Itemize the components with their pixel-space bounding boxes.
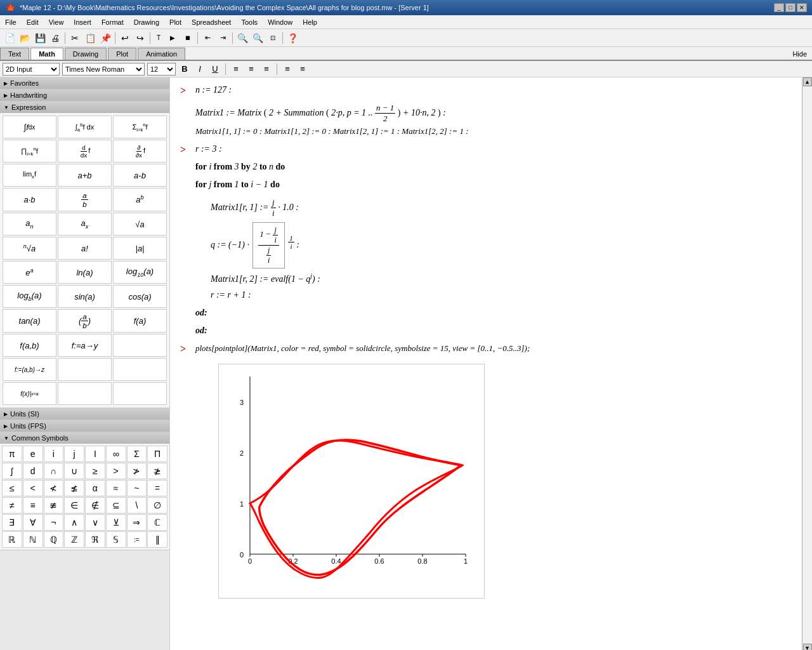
symbol-Q[interactable]: ℚ (44, 531, 64, 548)
palette-pow[interactable]: ab (113, 188, 167, 211)
align-center-button[interactable]: ≡ (245, 63, 258, 76)
symbol-alpha[interactable]: α (85, 480, 105, 496)
symbol-lt[interactable]: < (23, 480, 43, 496)
expr-od1[interactable]: od: (195, 308, 792, 318)
align-left-button[interactable]: ≡ (230, 63, 242, 76)
symbol-e[interactable]: e (23, 446, 43, 462)
symbol-pi[interactable]: π (2, 446, 22, 462)
palette-subscript[interactable]: an (3, 213, 56, 235)
undo-button[interactable]: ↩ (118, 31, 132, 45)
redo-button[interactable]: ↪ (133, 31, 147, 45)
palette-cos[interactable]: cos(a) (113, 285, 167, 308)
palette-sum[interactable]: Σi=knf (113, 116, 167, 138)
symbol-neg[interactable]: ¬ (44, 514, 64, 531)
symbol-ngt[interactable]: ≯ (127, 463, 147, 479)
symbol-integral[interactable]: ∫ (2, 463, 22, 479)
palette-partial[interactable]: ∂∂xf (113, 140, 167, 162)
menu-view[interactable]: View (44, 17, 69, 27)
expr-od2[interactable]: od: (195, 326, 792, 336)
zoom-fit-button[interactable]: ⊡ (266, 31, 280, 45)
symbol-emptyset[interactable]: ∅ (147, 497, 167, 514)
palette-logb[interactable]: logb(a) (3, 285, 56, 308)
new-button[interactable]: 📄 (3, 31, 16, 45)
symbol-gt[interactable]: > (106, 463, 126, 479)
symbol-infinity[interactable]: ∞ (106, 446, 126, 462)
symbol-d[interactable]: d (23, 463, 43, 479)
palette-ln[interactable]: ln(a) (58, 261, 112, 284)
expr-for-j[interactable]: for j from 1 to i − 1 do (195, 180, 792, 190)
palette-matrix[interactable]: (ab) (58, 309, 112, 333)
indent-button[interactable]: ⇤ (200, 31, 214, 45)
symbol-notin[interactable]: ∉ (85, 497, 105, 514)
expr-matrix1-r2[interactable]: Matrix1[r, 2] := evalf(1 − qj) : (211, 272, 792, 284)
underline-button[interactable]: U (209, 63, 221, 76)
symbol-I[interactable]: I (85, 446, 105, 462)
zoom-out-button[interactable]: 🔍 (251, 31, 265, 45)
menu-spreadsheet[interactable]: Spreadsheet (187, 17, 236, 27)
symbol-intersect[interactable]: ∩ (44, 463, 64, 479)
help-button[interactable]: ❓ (285, 31, 299, 45)
menu-plot[interactable]: Plot (164, 17, 187, 27)
symbol-equiv[interactable]: ≡ (23, 497, 43, 514)
paste-button[interactable]: 📌 (98, 31, 112, 45)
palette-sin[interactable]: sin(a) (58, 285, 112, 308)
palette-sqrt[interactable]: √a (113, 213, 167, 235)
palette-tan[interactable]: tan(a) (3, 309, 56, 333)
palette-arrow1[interactable]: f:=a→y (58, 334, 112, 357)
symbol-eq[interactable]: = (147, 480, 167, 496)
symbol-forall[interactable]: ∀ (23, 514, 43, 531)
menu-help[interactable]: Help (298, 17, 322, 27)
menu-format[interactable]: Format (96, 17, 129, 27)
symbol-ngeq[interactable]: ≱ (147, 463, 167, 479)
expr-matrix1-def[interactable]: Matrix1 := Matrix ( 2 + Summation ( 2·p,… (195, 103, 792, 124)
zoom-in-button[interactable]: 🔍 (235, 31, 249, 45)
expr-n-assign[interactable]: n := 127 : (195, 85, 792, 95)
expr-r-assign[interactable]: r := 3 : (195, 144, 792, 154)
exec-button[interactable]: ▶ (166, 31, 180, 45)
symbol-xor[interactable]: ⊻ (106, 514, 126, 531)
menu-insert[interactable]: Insert (69, 17, 96, 27)
text-mode-btn[interactable]: T (153, 31, 164, 45)
palette-limit[interactable]: limxf (3, 164, 56, 187)
common-symbols-header[interactable]: ▼ Common Symbols (0, 432, 169, 444)
symbol-in[interactable]: ∈ (64, 497, 84, 514)
handwriting-header[interactable]: ▶ Handwriting (0, 90, 169, 101)
palette-integral1[interactable]: ∫f dx (3, 116, 56, 138)
italic-button[interactable]: I (193, 63, 206, 76)
expr-r-inc[interactable]: r := r + 1 : (211, 290, 792, 300)
size-select[interactable]: 12 (147, 63, 176, 76)
symbol-Pi[interactable]: Π (147, 446, 167, 462)
tab-math[interactable]: Math (30, 48, 63, 60)
symbol-Re[interactable]: ℜ (85, 531, 105, 548)
stop-button[interactable]: ⏹ (181, 31, 195, 45)
expr-matrix1-init[interactable]: Matrix1[1, 1] := 0 : Matrix1[1, 2] := 0 … (195, 126, 792, 136)
palette-factorial[interactable]: a! (58, 237, 112, 260)
menu-edit[interactable]: Edit (22, 17, 44, 27)
symbol-sim[interactable]: ~ (127, 480, 147, 496)
units-fps-header[interactable]: ▶ Units (FPS) (0, 420, 169, 432)
symbol-Z[interactable]: ℤ (64, 531, 84, 548)
symbol-approx[interactable]: ≈ (106, 480, 126, 496)
palette-nthroot[interactable]: n√a (3, 237, 56, 260)
symbol-union[interactable]: ∪ (64, 463, 84, 479)
expression-header[interactable]: ▼ Expression (0, 102, 169, 113)
menu-file[interactable]: File (0, 17, 22, 27)
tab-drawing[interactable]: Drawing (65, 48, 107, 60)
symbol-or[interactable]: ∨ (85, 514, 105, 531)
close-button[interactable]: ✕ (797, 3, 807, 12)
palette-mul[interactable]: a·b (3, 188, 56, 211)
expr-plots[interactable]: plots[pointplot](Matrix1, color = red, s… (195, 343, 792, 354)
align-right-button[interactable]: ≡ (260, 63, 273, 76)
symbol-nlt[interactable]: ≮ (44, 480, 64, 496)
palette-product[interactable]: ∏i=knf (3, 140, 56, 162)
symbol-setminus[interactable]: \ (127, 497, 147, 514)
symbol-assign[interactable]: := (127, 531, 147, 548)
units-si-header[interactable]: ▶ Units (SI) (0, 408, 169, 420)
tab-animation[interactable]: Animation (138, 48, 185, 60)
symbol-subseteq[interactable]: ⊆ (106, 497, 126, 514)
symbol-leq[interactable]: ≤ (2, 480, 22, 496)
symbol-norm[interactable]: ‖ (147, 531, 167, 548)
palette-abs[interactable]: |a| (113, 237, 167, 260)
scroll-up-button[interactable]: ▲ (803, 77, 812, 86)
open-button[interactable]: 📂 (18, 31, 32, 45)
